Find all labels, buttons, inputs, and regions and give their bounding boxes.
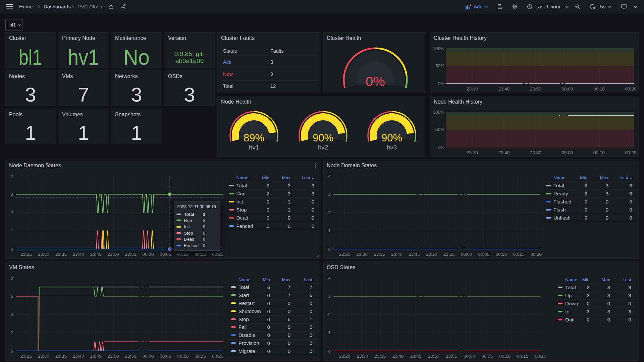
svg-text:23:30: 23:30 [356,252,368,257]
svg-text:23:30: 23:30 [357,354,368,359]
svg-text:4: 4 [10,174,13,179]
svg-text:100%: 100% [433,46,444,51]
svg-text:23:40: 23:40 [391,252,402,257]
svg-text:23:40: 23:40 [73,252,84,257]
svg-text:3: 3 [328,192,331,197]
svg-text:0: 0 [328,349,331,354]
svg-text:00:20: 00:20 [212,354,223,359]
svg-text:23:50: 23:50 [530,150,541,155]
svg-text:00:10: 00:10 [177,252,189,257]
svg-text:23:50: 23:50 [108,354,119,359]
svg-text:23:50: 23:50 [428,354,439,359]
svg-text:00:00: 00:00 [142,252,154,257]
svg-text:23:35: 23:35 [55,354,67,359]
svg-text:00:00: 00:00 [461,252,472,257]
svg-text:50%: 50% [435,127,444,132]
svg-text:hv2: hv2 [318,144,328,151]
svg-text:00:20: 00:20 [535,354,546,359]
svg-text:00:05: 00:05 [481,354,493,359]
svg-text:23:50: 23:50 [426,252,437,257]
svg-text:23:25: 23:25 [339,354,350,359]
svg-text:00:10: 00:10 [177,354,189,359]
svg-text:23:35: 23:35 [55,252,67,257]
svg-text:6: 6 [10,294,13,299]
svg-text:0%: 0% [438,81,444,86]
svg-text:00:00: 00:00 [142,354,154,359]
svg-text:00:00: 00:00 [464,354,475,359]
svg-text:4: 4 [10,312,13,317]
svg-text:4: 4 [328,276,331,281]
svg-text:2: 2 [328,312,331,317]
svg-text:100%: 100% [433,110,444,115]
svg-text:00:10: 00:10 [496,252,507,257]
svg-text:23:30: 23:30 [38,354,49,359]
svg-text:23:30: 23:30 [38,252,49,257]
svg-text:23:45: 23:45 [409,252,420,257]
svg-text:00:05: 00:05 [160,354,171,359]
svg-text:00:15: 00:15 [195,252,206,257]
svg-text:23:45: 23:45 [90,354,102,359]
svg-text:23:40: 23:40 [73,354,84,359]
svg-text:23:40: 23:40 [392,354,404,359]
svg-text:2: 2 [10,210,13,215]
svg-text:23:55: 23:55 [446,354,457,359]
svg-text:00:20: 00:20 [625,150,637,155]
svg-text:23:40: 23:40 [498,86,510,92]
svg-text:00:15: 00:15 [195,354,206,359]
svg-text:23:25: 23:25 [339,252,350,257]
svg-text:1: 1 [10,228,13,233]
svg-text:hv1: hv1 [249,144,259,151]
svg-text:2: 2 [10,330,13,335]
svg-text:0: 0 [328,247,331,252]
svg-text:0%: 0% [438,145,444,150]
svg-text:00:10: 00:10 [499,354,511,359]
svg-text:8: 8 [10,276,13,281]
svg-text:23:25: 23:25 [20,354,32,359]
svg-text:23:30: 23:30 [467,150,478,155]
svg-text:90%: 90% [381,132,402,144]
svg-text:0%: 0% [366,74,385,89]
svg-text:0: 0 [10,247,13,252]
svg-text:hv3: hv3 [387,144,397,151]
svg-text:0: 0 [10,349,13,354]
svg-text:23:45: 23:45 [410,354,422,359]
svg-text:00:10: 00:10 [593,86,605,92]
svg-text:23:35: 23:35 [375,354,386,359]
svg-text:23:35: 23:35 [374,252,385,257]
svg-text:2: 2 [328,210,331,215]
svg-text:00:05: 00:05 [160,252,171,257]
svg-text:90%: 90% [313,132,333,144]
svg-text:00:00: 00:00 [562,150,573,155]
svg-text:00:20: 00:20 [212,252,223,257]
svg-text:1: 1 [328,228,331,233]
svg-text:00:10: 00:10 [593,150,605,155]
svg-text:3: 3 [10,192,13,197]
svg-text:00:20: 00:20 [625,86,637,92]
svg-text:23:55: 23:55 [443,252,455,257]
svg-text:23:55: 23:55 [125,354,137,359]
svg-text:00:20: 00:20 [530,252,542,257]
svg-text:1: 1 [328,330,331,335]
svg-text:4: 4 [328,174,331,179]
svg-text:50%: 50% [435,63,444,68]
svg-text:89%: 89% [244,132,264,144]
svg-text:00:05: 00:05 [478,252,490,257]
svg-text:00:00: 00:00 [562,86,573,92]
svg-text:23:55: 23:55 [125,252,137,257]
svg-text:00:15: 00:15 [517,354,528,359]
svg-text:23:50: 23:50 [108,252,119,257]
svg-text:3: 3 [328,294,331,299]
svg-text:23:50: 23:50 [530,86,541,92]
svg-text:23:45: 23:45 [90,252,102,257]
svg-text:00:15: 00:15 [513,252,524,257]
svg-text:23:30: 23:30 [467,86,478,92]
svg-text:23:40: 23:40 [498,150,510,155]
svg-text:23:25: 23:25 [20,252,32,257]
